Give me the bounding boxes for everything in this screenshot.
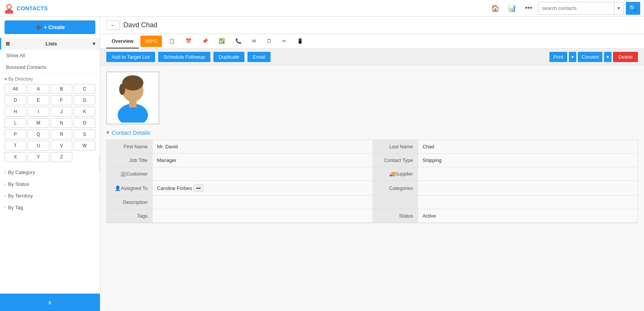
back-button[interactable]: ← [106, 20, 120, 30]
territory-arrow-icon: › [5, 194, 6, 198]
tab-overview[interactable]: Overview [106, 34, 139, 48]
contact-details-section-header[interactable]: ▾ Contact Details [106, 129, 638, 136]
dir-l[interactable]: L [5, 118, 26, 128]
print-dropdown-button[interactable]: ▾ [569, 52, 576, 62]
360-label: 360°C [145, 39, 158, 44]
tab-calls[interactable]: 📞 [230, 34, 247, 48]
svg-point-2 [7, 5, 11, 9]
dir-d[interactable]: D [5, 95, 26, 105]
dir-v[interactable]: V [51, 141, 72, 151]
dir-all[interactable]: All [5, 84, 26, 94]
dir-c[interactable]: C [74, 84, 95, 94]
dir-x[interactable]: X [5, 152, 26, 162]
dir-k[interactable]: K [74, 107, 95, 117]
supplier-value [418, 167, 638, 180]
add-to-target-list-button[interactable]: Add to Target List [106, 52, 155, 62]
dir-m[interactable]: M [28, 118, 49, 128]
description-label: Description [107, 196, 152, 209]
back-arrow-icon: ← [110, 22, 115, 28]
section-title: Contact Details [112, 129, 150, 136]
more-button[interactable]: ••• [521, 1, 536, 16]
sidebar-item-by-category[interactable]: › By Category [0, 166, 100, 178]
dir-a[interactable]: A [28, 84, 49, 94]
tab-calendar[interactable]: 📅 [180, 34, 197, 48]
create-label: + Create [44, 24, 65, 30]
search-dropdown-button[interactable]: ▾ [614, 2, 623, 14]
status-arrow-icon: › [5, 182, 6, 186]
delete-button[interactable]: Delete [613, 52, 638, 62]
contact-type-row: Contact Type Shipping [372, 154, 638, 167]
dir-w[interactable]: W [74, 141, 95, 151]
tab-mobile[interactable]: 📱 [292, 34, 308, 48]
tags-value [152, 209, 372, 222]
dir-o[interactable]: O [74, 118, 95, 128]
sidebar-item-bounced[interactable]: Bounced Contacts [0, 61, 100, 73]
print-button[interactable]: Print [549, 52, 567, 62]
sidebar-item-by-territory[interactable]: › By Territory [0, 190, 100, 202]
calls-icon: 📞 [235, 38, 241, 44]
tab-pin[interactable]: 📌 [197, 34, 213, 48]
tab-edit[interactable]: ✏ [277, 34, 292, 48]
sidebar-lists-header[interactable]: ⊞ Lists ▾ [0, 38, 100, 50]
tab-tasks[interactable]: ✅ [213, 34, 230, 48]
contact-details-grid: First Name Mr. David Last Name Chad Job … [106, 140, 638, 223]
dir-e[interactable]: E [28, 95, 49, 105]
customer-row: 🏢 Customer [107, 167, 372, 181]
dir-s[interactable]: S [74, 129, 95, 139]
dir-g[interactable]: G [74, 95, 95, 105]
email-button[interactable]: Email [247, 52, 271, 62]
sidebar-toggle[interactable]: ‹ [99, 156, 100, 171]
supplier-label: 🚚 Supplier [372, 167, 418, 180]
chart-button[interactable]: 📊 [505, 1, 519, 16]
dir-u[interactable]: U [28, 141, 49, 151]
status-row: Status Active [372, 209, 638, 223]
categories-label: Categories [372, 181, 418, 195]
tab-email[interactable]: ✉ [247, 34, 261, 48]
first-name-value: Mr. David [152, 140, 372, 153]
tab-360[interactable]: 360°C [140, 36, 162, 47]
email-icon: ✉ [252, 38, 256, 44]
section-arrow-icon: ▾ [106, 129, 109, 136]
lists-arrow-icon: ▾ [93, 41, 95, 47]
tabs-bar: Overview 360°C 📋 📅 📌 ✅ 📞 ✉ [100, 34, 644, 49]
convert-button[interactable]: Convert [578, 52, 603, 62]
dir-i[interactable]: I [28, 107, 49, 117]
dir-r[interactable]: R [51, 129, 72, 139]
dir-z[interactable]: Z [51, 152, 72, 162]
dir-b[interactable]: B [51, 84, 72, 94]
search-input[interactable] [538, 2, 614, 14]
pin-icon: 📌 [202, 38, 208, 44]
assigned-dots-button[interactable]: ••• [194, 185, 204, 191]
home-button[interactable]: 🏠 [488, 1, 502, 16]
sidebar-item-by-status[interactable]: › By Status [0, 178, 100, 190]
dir-j[interactable]: J [51, 107, 72, 117]
tab-list-view[interactable]: 📋 [163, 34, 180, 48]
by-directory-label[interactable]: ▾ By Directory [5, 76, 95, 82]
main-layout: ➕ + Create ⊞ Lists ▾ Show All Bounced Co… [0, 17, 644, 311]
duplicate-button[interactable]: Duplicate [213, 52, 244, 62]
dir-p[interactable]: P [5, 129, 26, 139]
scroll-top-button[interactable]: ∧ [42, 297, 58, 308]
svg-point-5 [122, 75, 143, 90]
schedule-followup-button[interactable]: Schedule Followup [158, 52, 210, 62]
lists-icon: ⊞ [6, 41, 10, 47]
create-button[interactable]: ➕ + Create [5, 20, 95, 34]
search-go-button[interactable]: 🔍 [626, 2, 640, 15]
contact-type-value: Shipping [418, 154, 638, 167]
sidebar-item-by-tag[interactable]: › By Tag [0, 202, 100, 213]
sidebar-directory-section: ▾ By Directory All A B C D E F G H I J K… [0, 73, 100, 166]
assigned-icon: 👤 [115, 185, 121, 191]
dir-n[interactable]: N [51, 118, 72, 128]
avatar-frame [106, 72, 159, 124]
tab-notes[interactable]: 🗒 [261, 34, 277, 48]
assigned-to-row: 👤 Assigned To Caroline Forbes ••• [107, 181, 372, 196]
dir-q[interactable]: Q [28, 129, 49, 139]
dir-t[interactable]: T [5, 141, 26, 151]
dir-y[interactable]: Y [28, 152, 49, 162]
sidebar-item-show-all[interactable]: Show All [0, 50, 100, 61]
dir-f[interactable]: F [51, 95, 72, 105]
list-view-icon: 📋 [169, 38, 175, 44]
convert-dropdown-button[interactable]: ▾ [604, 52, 611, 62]
first-name-row: First Name Mr. David [107, 140, 372, 154]
dir-h[interactable]: H [5, 107, 26, 117]
